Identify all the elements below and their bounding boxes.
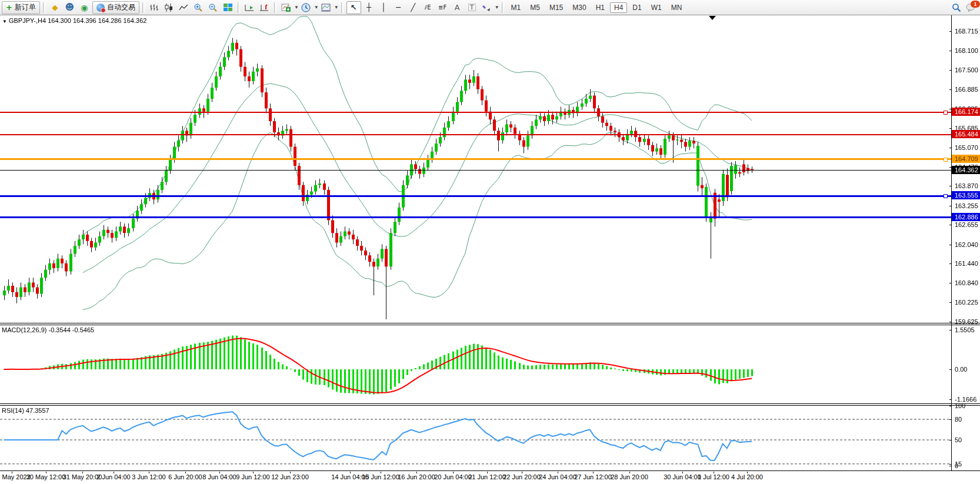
time-tick-label: 2 Jun 04:00 bbox=[96, 473, 131, 480]
channel-icon[interactable]: ⫽E bbox=[421, 2, 435, 14]
panel-separator[interactable] bbox=[0, 323, 980, 323]
chart-bars-icon[interactable] bbox=[148, 2, 161, 14]
time-tick-label: 3 Jun 12:00 bbox=[132, 473, 166, 480]
search-icon[interactable] bbox=[949, 2, 963, 14]
chart-canvas[interactable] bbox=[0, 15, 951, 470]
axis-tick bbox=[949, 70, 952, 71]
auto-trading-button[interactable]: 自动交易 bbox=[92, 1, 139, 14]
zoom-in-icon[interactable] bbox=[192, 2, 205, 14]
axis-tick bbox=[949, 406, 952, 406]
price-axis[interactable]: 168.715168.100167.500166.885166.285165.6… bbox=[952, 15, 980, 470]
price-tick-label: 168.100 bbox=[955, 47, 978, 54]
text-icon[interactable]: A bbox=[451, 2, 464, 14]
axis-tick bbox=[949, 31, 952, 32]
price-tick-label: 163.870 bbox=[955, 182, 978, 189]
rsi-tick-label: 50 bbox=[955, 436, 962, 443]
axis-tick bbox=[949, 186, 952, 186]
zoom-out-icon[interactable] bbox=[206, 2, 220, 14]
axis-tick bbox=[949, 263, 952, 264]
time-axis-tick bbox=[453, 472, 454, 473]
price-tick-label: 159.625 bbox=[955, 318, 978, 325]
chart-shift-icon[interactable] bbox=[258, 2, 271, 14]
timeframe-m15[interactable]: M15 bbox=[545, 2, 567, 13]
hline-handle[interactable] bbox=[944, 111, 948, 115]
hline-162.886[interactable] bbox=[0, 216, 951, 218]
new-order-button[interactable]: + 新订单 bbox=[2, 1, 40, 14]
fibonacci-icon[interactable]: ≣F bbox=[436, 2, 449, 14]
price-badge-164.709: 164.709 bbox=[952, 155, 980, 163]
timeframe-mn[interactable]: MN bbox=[667, 2, 686, 13]
hline-163.555[interactable] bbox=[0, 195, 951, 197]
timeframe-d1[interactable]: D1 bbox=[628, 2, 645, 13]
time-tick-label: 20 Jun 04:00 bbox=[434, 473, 472, 480]
auto-trading-icon bbox=[96, 4, 105, 12]
timeframe-m1[interactable]: M1 bbox=[507, 2, 525, 13]
axis-tick bbox=[949, 369, 952, 370]
hline-166.174[interactable] bbox=[0, 112, 951, 113]
price-badge-166.174: 166.174 bbox=[952, 108, 980, 116]
crosshair-icon[interactable]: ┼ bbox=[362, 2, 376, 14]
axis-tick bbox=[949, 419, 952, 420]
macd-tick-label: 1.5505 bbox=[955, 326, 975, 333]
arrows-tool-icon[interactable] bbox=[480, 2, 494, 14]
horizontal-line-icon[interactable]: ─ bbox=[392, 2, 405, 14]
time-axis-tick bbox=[682, 472, 683, 473]
time-axis-tick bbox=[253, 472, 254, 473]
time-axis-tick bbox=[747, 472, 748, 473]
timeframe-m5[interactable]: M5 bbox=[526, 2, 544, 13]
panel-separator[interactable] bbox=[0, 403, 980, 404]
macd-tick-label: -1.1666 bbox=[955, 396, 976, 403]
symbol-info-label[interactable]: ▼GBPJPY-,H4 164.300 164.396 164.286 164.… bbox=[2, 17, 146, 24]
time-axis-tick bbox=[114, 472, 114, 473]
time-tick-label: 12 Jun 23:00 bbox=[271, 473, 309, 480]
hline-165.484[interactable] bbox=[0, 134, 951, 135]
panel-separator[interactable] bbox=[0, 325, 980, 325]
navigator-icon[interactable]: ◉ bbox=[78, 2, 91, 14]
toolbar-separator bbox=[502, 2, 504, 13]
axis-tick bbox=[949, 464, 952, 465]
chart-candles-icon[interactable] bbox=[162, 2, 176, 14]
indicators-icon[interactable] bbox=[279, 2, 293, 14]
hline-164.709[interactable] bbox=[0, 158, 951, 160]
rsi-label: RSI(14) 47.3557 bbox=[2, 407, 49, 414]
trendline-icon[interactable]: ╱ bbox=[406, 2, 420, 14]
timeframe-m30[interactable]: M30 bbox=[568, 2, 590, 13]
chevron-down-icon: ▼ bbox=[2, 19, 7, 24]
market-watch-icon[interactable]: ◆ bbox=[48, 2, 62, 14]
tile-windows-icon[interactable] bbox=[221, 2, 235, 14]
price-tick-label: 167.500 bbox=[955, 66, 978, 74]
chart-shift-marker-icon[interactable] bbox=[709, 16, 716, 20]
hline-handle[interactable] bbox=[944, 194, 948, 198]
time-axis-tick bbox=[416, 472, 417, 473]
timeframe-h1[interactable]: H1 bbox=[592, 2, 609, 13]
time-axis-tick bbox=[522, 472, 522, 473]
time-tick-label: 30 Jun 04:00 bbox=[664, 473, 701, 480]
data-window-icon[interactable]: ☻ bbox=[63, 2, 76, 14]
rsi-tick-label: 80 bbox=[955, 416, 962, 423]
time-axis-tick bbox=[185, 472, 186, 473]
panel-separator[interactable] bbox=[0, 405, 980, 406]
hline-164.362[interactable] bbox=[0, 170, 951, 171]
text-label-icon[interactable]: T bbox=[465, 2, 479, 14]
arrows-dropdown-icon[interactable]: ▼ bbox=[495, 5, 499, 10]
time-tick-label: 28 Jun 20:00 bbox=[611, 473, 648, 480]
time-tick-label: 30 May 12:00 bbox=[26, 473, 66, 480]
time-axis-tick bbox=[12, 472, 12, 473]
indicators-dropdown-icon[interactable]: ▼ bbox=[294, 5, 299, 10]
hline-handle[interactable] bbox=[944, 158, 948, 162]
axis-tick bbox=[949, 225, 952, 225]
timeframe-h4[interactable]: H4 bbox=[610, 2, 627, 13]
time-tick-label: 1 Jul 12:00 bbox=[698, 473, 729, 480]
templates-dropdown-icon[interactable]: ▼ bbox=[334, 5, 339, 10]
vertical-line-icon[interactable]: │ bbox=[377, 2, 391, 14]
toolbar-separator bbox=[142, 2, 145, 13]
cursor-icon[interactable]: ↖ bbox=[346, 1, 361, 14]
notifications-icon[interactable]: 1 bbox=[964, 2, 978, 14]
auto-scroll-icon[interactable] bbox=[243, 2, 256, 14]
time-axis[interactable]: 27 May 202230 May 12:0031 May 20:002 Jun… bbox=[0, 472, 951, 483]
templates-icon[interactable] bbox=[319, 2, 333, 14]
timeframe-w1[interactable]: W1 bbox=[647, 2, 666, 13]
periods-dropdown-icon[interactable]: ▼ bbox=[314, 5, 319, 10]
chart-line-icon[interactable] bbox=[177, 2, 191, 14]
periods-icon[interactable] bbox=[299, 2, 313, 14]
